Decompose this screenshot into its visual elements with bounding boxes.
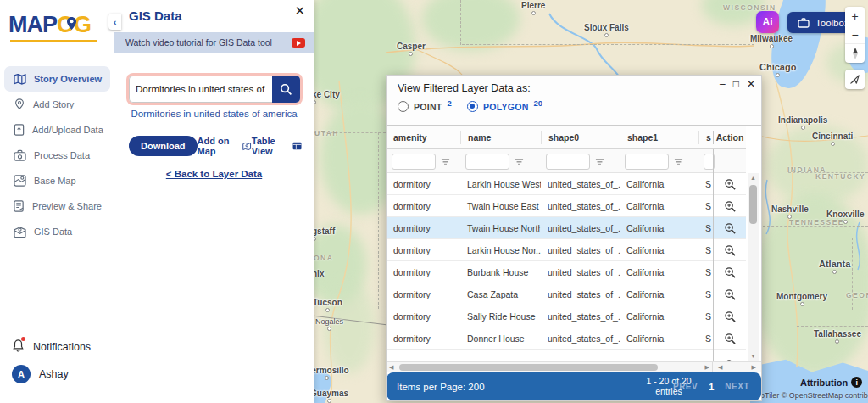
panel-close-icon[interactable]: ✕ [294, 3, 305, 19]
logo-pin-icon [67, 17, 76, 30]
file-upload-icon [14, 124, 25, 136]
map-state: KENTUCKY [815, 172, 865, 181]
download-button[interactable]: Download [129, 136, 198, 156]
filter-input-shape1[interactable] [625, 154, 669, 170]
next-page-button[interactable]: NEXT [725, 382, 749, 391]
zoom-to-feature-button[interactable] [713, 327, 746, 350]
point-radio[interactable] [398, 101, 409, 112]
sidebar-item-label: Add/Upload Data [32, 125, 103, 135]
logo-map-text: MAP [8, 12, 57, 37]
table-row[interactable]: dormitoryTwain House Eastunited_states_o… [387, 195, 746, 217]
zoom-in-button[interactable]: + [845, 7, 865, 25]
prev-page-button[interactable]: PREV [673, 382, 698, 391]
magnifier-plus-icon [724, 359, 737, 362]
search-input[interactable] [129, 76, 272, 103]
table-row-partial[interactable] [387, 350, 746, 361]
zoom-to-feature-button[interactable] [713, 173, 746, 195]
table-row-selected[interactable]: dormitoryTwain House Northunited_states_… [387, 217, 746, 239]
table-row[interactable]: dormitoryLarkin House Westunited_states_… [387, 173, 746, 195]
table-row[interactable]: dormitoryDonner Houseunited_states_of_..… [387, 327, 746, 350]
search-button[interactable] [272, 76, 300, 103]
map-city: nix [312, 269, 324, 278]
maximize-icon[interactable]: □ [733, 78, 739, 90]
ai-button[interactable]: Ai [756, 11, 779, 33]
table-row[interactable]: dormitoryBurbank Houseunited_states_of_.… [387, 261, 746, 283]
map-city: Nogales [315, 317, 343, 331]
polygon-radio[interactable] [467, 101, 478, 112]
map-state: TENNESSEE [789, 218, 844, 227]
map-city: Tallahassee [814, 329, 861, 344]
col-shape0[interactable]: shape0 [541, 131, 620, 144]
filter-input-shape0[interactable] [546, 154, 590, 170]
locate-button[interactable] [845, 70, 865, 89]
sidebar-item-gis-data[interactable]: GIS Data [0, 219, 114, 244]
scrollbar-thumb[interactable] [749, 185, 757, 224]
table-row[interactable]: dormitoryLarkin House Nor...united_state… [387, 239, 746, 261]
map-city: Pierre [521, 1, 545, 15]
sidebar-item-base-map[interactable]: Base Map [0, 168, 114, 193]
sidebar-item-preview-share[interactable]: Preview & Share [0, 193, 114, 219]
compass-icon[interactable] [845, 44, 865, 63]
minimize-icon[interactable]: – [720, 78, 726, 90]
magnifier-plus-icon [724, 222, 737, 235]
info-icon[interactable]: i [851, 377, 862, 388]
table-row[interactable]: dormitorySally Ride Houseunited_states_o… [387, 305, 746, 327]
scrollbar-thumb[interactable] [399, 364, 658, 371]
map-zoom-controls[interactable]: + − [845, 7, 865, 63]
zoom-to-feature-button[interactable] [713, 239, 746, 261]
filter-icon [515, 158, 524, 165]
vertical-scrollbar[interactable]: ▲ ▼ [748, 173, 759, 361]
user-name: Ashay [39, 368, 69, 380]
search-suggestion[interactable]: Dormitories in united states of america [114, 109, 314, 119]
action-horizontal-scrollbar[interactable]: ◀ ▶ [713, 362, 761, 372]
attribution[interactable]: Attribution i [800, 377, 862, 388]
user-menu[interactable]: A Ashay [12, 365, 69, 383]
modal-close-icon[interactable]: ✕ [747, 78, 755, 90]
filter-input-name[interactable] [465, 154, 509, 170]
col-s[interactable]: s [698, 131, 713, 144]
zoom-out-button[interactable]: − [845, 25, 865, 44]
sidebar-item-add-story[interactable]: Add Story [0, 92, 114, 117]
magnifier-plus-icon [724, 200, 737, 213]
point-label: POINT [414, 102, 442, 112]
map-icon [14, 74, 26, 85]
app-logo[interactable]: MAPOG [8, 12, 91, 38]
col-name[interactable]: name [460, 131, 541, 144]
zoom-to-feature-button[interactable] [713, 283, 746, 305]
modal-header: View Filtered Layer Data as: – □ ✕ POINT… [387, 76, 761, 126]
col-shape1[interactable]: shape1 [620, 131, 698, 144]
sidebar-item-label: Story Overview [34, 74, 102, 84]
zoom-to-feature-button[interactable] [713, 305, 746, 327]
video-tutorial-banner[interactable]: Watch video tutorial for GIS Data tool [114, 32, 314, 53]
filter-icon [441, 158, 450, 165]
horizontal-scrollbar[interactable]: ◀ ▶ [387, 362, 713, 372]
document-share-icon [14, 200, 25, 212]
sidebar-item-label: Process Data [34, 150, 90, 160]
sidebar-item-add-upload-data[interactable]: Add/Upload Data [0, 117, 114, 143]
toolbox-icon [798, 18, 810, 28]
zoom-to-feature-button[interactable] [713, 261, 746, 283]
sidebar-item-process-data[interactable]: Process Data [0, 143, 114, 168]
panel-collapse-button[interactable]: ‹ [108, 14, 121, 30]
polygon-label: POLYGON [483, 102, 529, 112]
current-page[interactable]: 1 [709, 382, 714, 392]
back-to-layer-data-link[interactable]: < Back to Layer Data [166, 169, 262, 179]
map-city: gstaff [312, 227, 335, 241]
table-view-button[interactable]: Table View [252, 136, 302, 156]
youtube-icon[interactable] [292, 38, 305, 48]
col-amenity[interactable]: amenity [387, 131, 460, 144]
sidebar-item-story-overview[interactable]: Story Overview [4, 66, 110, 92]
zoom-to-feature-button[interactable] [713, 217, 746, 239]
point-count: 2 [448, 98, 452, 108]
notifications-button[interactable]: Notifications [12, 339, 91, 355]
filter-row [387, 149, 746, 173]
table-view-icon [292, 141, 302, 151]
add-on-map-button[interactable]: Add on Map [198, 136, 252, 156]
table-row[interactable]: dormitoryCasa Zapataunited_states_of_...… [387, 283, 746, 305]
state-border [462, 44, 754, 45]
magnifier-plus-icon [724, 333, 737, 345]
filter-input-amenity[interactable] [392, 154, 436, 170]
filter-icon [674, 158, 683, 165]
zoom-to-feature-button[interactable] [713, 195, 746, 217]
gis-data-panel: GIS Data ✕ Watch video tutorial for GIS … [114, 0, 314, 403]
